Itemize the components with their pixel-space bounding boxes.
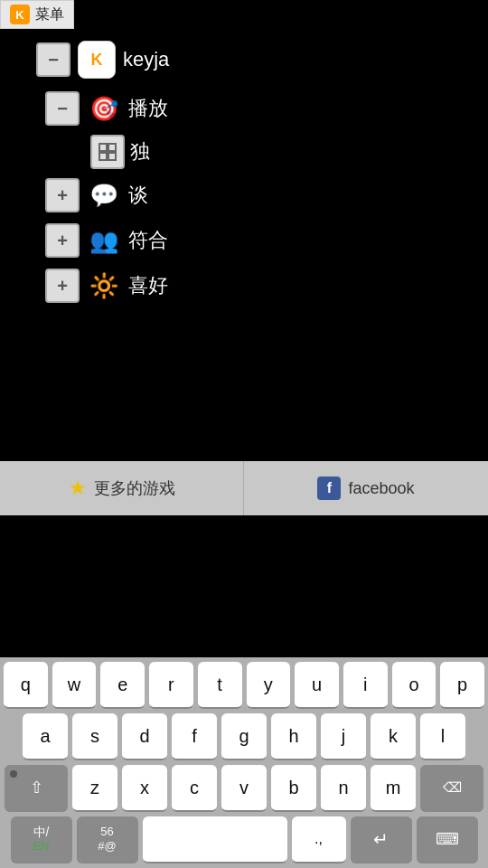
key-d[interactable]: d [122, 713, 167, 760]
key-a[interactable]: a [23, 713, 68, 760]
key-t[interactable]: t [198, 662, 242, 709]
key-k[interactable]: k [371, 713, 416, 760]
facebook-shortcut[interactable]: f facebook [244, 461, 488, 515]
key-l[interactable]: l [420, 713, 465, 760]
key-row-4: 中/EN 56#@ ., ↵ ⌨ [4, 816, 484, 863]
lang-key-inner: 中/EN [33, 826, 49, 853]
shift-dot [10, 770, 17, 778]
talk-icon: 💬 [85, 176, 123, 214]
svg-rect-3 [108, 153, 116, 160]
key-c[interactable]: c [172, 765, 217, 812]
key-j[interactable]: j [321, 713, 366, 760]
key-n[interactable]: n [321, 765, 366, 812]
player-label: 播放 [128, 95, 168, 122]
keyja-row[interactable]: − K keyja [36, 41, 169, 79]
solitaire-label: 独 [130, 138, 150, 165]
key-i[interactable]: i [343, 662, 388, 709]
key-x[interactable]: x [122, 765, 167, 812]
player-btn[interactable]: − [45, 91, 80, 126]
more-games-shortcut[interactable]: ★ 更多的游戏 [0, 461, 244, 515]
keyboard-toggle-key[interactable]: ⌨ [417, 816, 478, 863]
star-icon: ★ [69, 476, 87, 500]
facebook-icon: f [317, 476, 341, 500]
match-item[interactable]: + 👥 符合 [45, 222, 169, 259]
backspace-key[interactable]: ⌫ [420, 765, 483, 812]
key-v[interactable]: v [221, 765, 267, 812]
app-tree: − K keyja − 🎯 播放 独 + 💬 谈 + 👥 符合 [18, 41, 169, 312]
svg-rect-1 [108, 144, 116, 151]
player-icon: 🎯 [85, 90, 123, 127]
keyja-icon: K [78, 41, 116, 79]
facebook-label: facebook [348, 479, 414, 498]
hobby-label: 喜好 [128, 272, 168, 299]
k-icon: K [10, 5, 30, 24]
svg-rect-0 [99, 144, 107, 151]
hobby-btn[interactable]: + [45, 269, 80, 303]
keyja-label: keyja [123, 48, 169, 71]
key-w[interactable]: w [52, 662, 97, 709]
talk-btn[interactable]: + [45, 178, 80, 212]
key-e[interactable]: e [100, 662, 145, 709]
key-p[interactable]: p [440, 662, 484, 709]
key-row-3: ⇧ z x c v b n m ⌫ [4, 765, 484, 812]
key-f[interactable]: f [172, 713, 217, 760]
key-m[interactable]: m [371, 765, 416, 812]
more-games-label: 更多的游戏 [94, 477, 175, 499]
key-u[interactable]: u [295, 662, 339, 709]
solitaire-item[interactable]: 独 [90, 135, 169, 169]
shift-key[interactable]: ⇧ [5, 765, 68, 812]
key-g[interactable]: g [221, 713, 267, 760]
menu-bar[interactable]: K 菜单 [0, 0, 74, 29]
hobby-item[interactable]: + 🔆 喜好 [45, 267, 169, 305]
key-r[interactable]: r [149, 662, 193, 709]
num-key[interactable]: 56#@ [77, 816, 138, 863]
enter-key[interactable]: ↵ [351, 816, 412, 863]
punc-key[interactable]: ., [292, 816, 346, 863]
keyboard: q w e r t y u i o p a s d f g h j k l ⇧ … [0, 657, 488, 868]
key-row-1: q w e r t y u i o p [4, 662, 484, 709]
keyja-collapse-btn[interactable]: − [36, 42, 70, 77]
lang-en: EN [33, 840, 49, 853]
lang-switch-key[interactable]: 中/EN [11, 816, 72, 863]
svg-rect-2 [99, 153, 107, 160]
key-q[interactable]: q [4, 662, 48, 709]
talk-label: 谈 [128, 182, 148, 209]
player-item[interactable]: − 🎯 播放 [45, 90, 169, 127]
key-s[interactable]: s [72, 713, 117, 760]
match-label: 符合 [128, 227, 168, 254]
match-btn[interactable]: + [45, 223, 80, 258]
shortcuts-bar: ★ 更多的游戏 f facebook [0, 461, 488, 515]
key-row-2: a s d f g h j k l [4, 713, 484, 760]
key-b[interactable]: b [271, 765, 316, 812]
solitaire-btn[interactable] [90, 135, 125, 169]
menu-label: 菜单 [35, 5, 64, 24]
key-o[interactable]: o [392, 662, 436, 709]
key-y[interactable]: y [247, 662, 291, 709]
match-icon: 👥 [85, 222, 123, 259]
key-z[interactable]: z [72, 765, 117, 812]
hobby-icon: 🔆 [85, 267, 123, 305]
talk-item[interactable]: + 💬 谈 [45, 176, 169, 214]
lang-zh: 中/ [33, 826, 50, 839]
space-key[interactable] [143, 816, 287, 863]
key-h[interactable]: h [271, 713, 316, 760]
